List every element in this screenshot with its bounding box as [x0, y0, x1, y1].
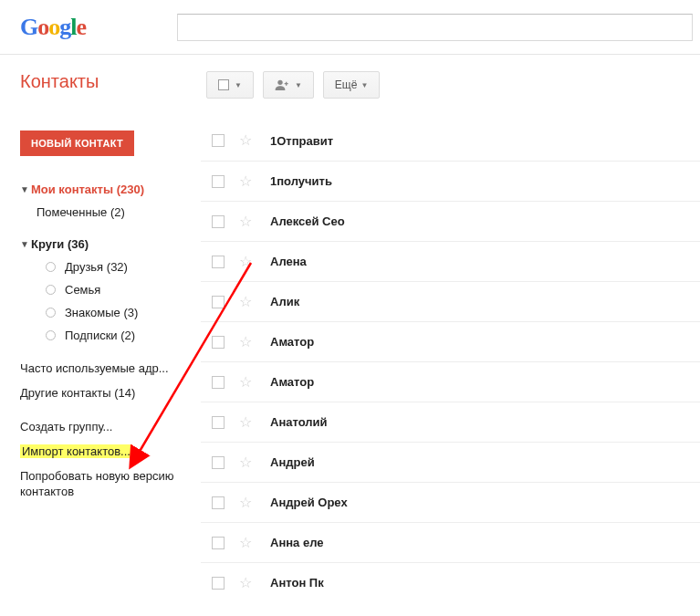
- star-icon[interactable]: ☆: [239, 536, 252, 550]
- nav-circle-item[interactable]: Подписки (2): [20, 324, 201, 347]
- checkbox-icon: [218, 79, 229, 90]
- star-icon[interactable]: ☆: [239, 375, 252, 390]
- contact-name: Аматор: [270, 375, 314, 389]
- row-checkbox[interactable]: [212, 175, 225, 188]
- contact-row[interactable]: ☆Алена: [201, 241, 700, 281]
- nav-count: (2): [120, 329, 135, 342]
- nav-circle-item[interactable]: Друзья (32): [20, 256, 201, 278]
- nav-label: Подписки: [65, 329, 118, 342]
- radio-icon: [46, 262, 56, 272]
- contact-row[interactable]: ☆Анатолий: [201, 402, 700, 442]
- select-all-button[interactable]: ▼: [206, 71, 254, 99]
- star-icon[interactable]: ☆: [239, 214, 252, 229]
- contact-row[interactable]: ☆Алексей Сео: [201, 201, 700, 241]
- contact-row[interactable]: ☆Анна еле: [201, 522, 700, 562]
- add-person-button[interactable]: ▼: [263, 71, 314, 99]
- new-contact-button[interactable]: НОВЫЙ КОНТАКТ: [20, 131, 134, 156]
- contact-row[interactable]: ☆Антон Пк: [201, 562, 700, 602]
- nav-label: Другие контакты: [20, 386, 111, 400]
- nav-frequent[interactable]: Часто используемые адр...: [20, 356, 201, 381]
- svg-point-0: [277, 80, 282, 85]
- nav-try-new[interactable]: Попробовать новую версию контактов: [20, 464, 184, 506]
- contact-row[interactable]: ☆Андрей Орех: [201, 482, 700, 522]
- contact-name: 1Отправит: [270, 134, 333, 148]
- row-checkbox[interactable]: [212, 577, 225, 590]
- row-checkbox[interactable]: [212, 456, 225, 469]
- star-icon[interactable]: ☆: [239, 295, 252, 309]
- radio-icon: [46, 285, 56, 295]
- contact-row[interactable]: ☆Андрей: [201, 442, 700, 482]
- page-title: Контакты: [20, 71, 201, 92]
- search-box: [177, 14, 693, 41]
- contact-name: Алексей Сео: [270, 214, 345, 228]
- star-icon[interactable]: ☆: [239, 335, 252, 350]
- star-icon[interactable]: ☆: [239, 496, 252, 510]
- more-label: Ещё: [335, 78, 358, 91]
- contact-row[interactable]: ☆Алик: [201, 281, 700, 321]
- radio-icon: [46, 308, 56, 318]
- header: Google: [0, 0, 700, 55]
- contact-name: Анатолий: [270, 415, 328, 429]
- toolbar: ▼ ▼ Ещё ▼: [201, 71, 700, 99]
- nav-starred[interactable]: Помеченные (2): [20, 201, 201, 224]
- nav-import-contacts[interactable]: Импорт контактов...: [20, 439, 201, 464]
- contact-row[interactable]: ☆1получить: [201, 161, 700, 201]
- chevron-down-icon: ▼: [20, 184, 29, 194]
- contact-name: Алик: [270, 295, 299, 308]
- nav-count: (3): [123, 306, 138, 319]
- row-checkbox[interactable]: [212, 256, 225, 268]
- row-checkbox[interactable]: [212, 496, 225, 509]
- nav-label: Помеченные: [37, 205, 107, 219]
- star-icon[interactable]: ☆: [239, 255, 252, 269]
- row-checkbox[interactable]: [212, 537, 225, 549]
- contact-row[interactable]: ☆1Отправит: [201, 120, 700, 161]
- star-icon[interactable]: ☆: [239, 133, 252, 148]
- nav-label: Знакомые: [65, 306, 120, 319]
- row-checkbox[interactable]: [212, 376, 225, 389]
- google-logo[interactable]: Google: [20, 14, 86, 41]
- contact-name: Андрей: [270, 455, 315, 469]
- sidebar: Контакты НОВЫЙ КОНТАКТ ▼ Мои контакты (2…: [0, 55, 201, 602]
- more-button[interactable]: Ещё ▼: [323, 71, 380, 99]
- row-checkbox[interactable]: [212, 336, 225, 349]
- contact-row[interactable]: ☆Аматор: [201, 321, 700, 361]
- contact-name: Анна еле: [270, 536, 323, 549]
- nav-count: (36): [68, 237, 89, 251]
- nav-circle-item[interactable]: Семья: [20, 278, 201, 301]
- contact-name: Андрей Орех: [270, 496, 348, 509]
- row-checkbox[interactable]: [212, 296, 225, 308]
- contact-row[interactable]: ☆Аматор: [201, 361, 700, 402]
- nav-label: Мои контакты: [31, 183, 113, 196]
- star-icon[interactable]: ☆: [239, 455, 252, 470]
- radio-icon: [46, 330, 56, 340]
- nav-count: (32): [107, 260, 128, 274]
- nav-count: (230): [117, 183, 144, 196]
- nav-count: (2): [110, 205, 125, 219]
- star-icon[interactable]: ☆: [239, 174, 252, 189]
- nav-circles[interactable]: ▼ Круги (36): [20, 233, 201, 256]
- nav-label: Семья: [65, 283, 100, 297]
- contact-name: Аматор: [270, 335, 314, 349]
- row-checkbox[interactable]: [212, 134, 225, 147]
- main: ▼ ▼ Ещё ▼ ☆1Отправит☆1получить☆Алексей С…: [201, 55, 700, 602]
- nav-create-group[interactable]: Создать группу...: [20, 414, 201, 439]
- nav-circle-item[interactable]: Знакомые (3): [20, 301, 201, 324]
- nav-label: Импорт контактов...: [20, 444, 132, 458]
- contact-name: Антон Пк: [270, 576, 324, 590]
- nav-label: Круги: [31, 237, 64, 251]
- person-add-icon: [275, 78, 289, 91]
- contact-list: ☆1Отправит☆1получить☆Алексей Сео☆Алена☆А…: [201, 120, 700, 602]
- search-input[interactable]: [177, 14, 693, 41]
- chevron-down-icon: ▼: [235, 81, 242, 89]
- row-checkbox[interactable]: [212, 215, 225, 228]
- contact-name: Алена: [270, 255, 307, 268]
- nav-label: Друзья: [65, 260, 103, 274]
- row-checkbox[interactable]: [212, 416, 225, 429]
- nav-other-contacts[interactable]: Другие контакты (14): [20, 381, 201, 405]
- chevron-down-icon: ▼: [20, 239, 29, 249]
- nav-my-contacts[interactable]: ▼ Мои контакты (230): [20, 178, 201, 201]
- chevron-down-icon: ▼: [295, 81, 302, 89]
- nav-count: (14): [114, 386, 135, 400]
- star-icon[interactable]: ☆: [239, 415, 252, 430]
- star-icon[interactable]: ☆: [239, 576, 252, 590]
